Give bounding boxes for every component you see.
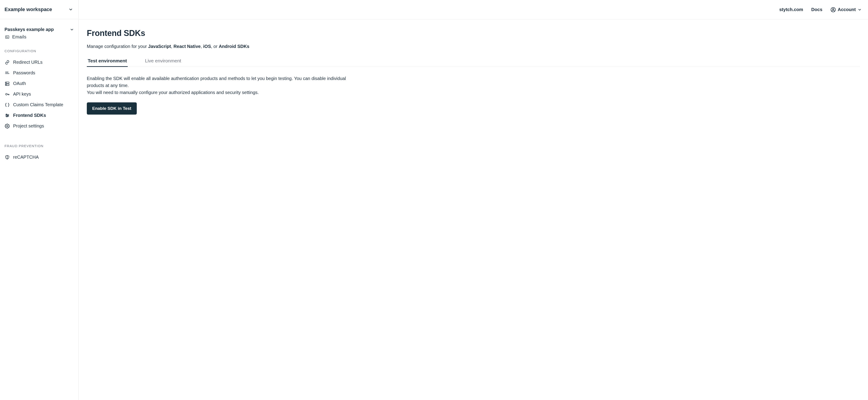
page-subtitle: Manage configuration for your JavaScript… [87, 44, 860, 49]
tab-test-environment[interactable]: Test environment [87, 57, 128, 67]
chevron-down-icon [858, 8, 862, 12]
body-paragraph: Enabling the SDK will enable all availab… [87, 75, 358, 89]
gear-icon [4, 124, 10, 129]
sidebar-item-api-keys[interactable]: API keys [4, 89, 74, 99]
workspace-switcher[interactable]: Example workspace [0, 0, 79, 19]
svg-point-23 [833, 8, 834, 10]
environment-tabs: Test environment Live environment [87, 57, 860, 67]
sidebar-item-label: Frontend SDKs [13, 113, 46, 118]
sidebar-item-passwords[interactable]: Passwords [4, 68, 74, 78]
sidebar: Example workspace Passkeys example app E… [0, 0, 79, 400]
link-icon [4, 60, 10, 65]
section-heading-configuration: CONFIGURATION [4, 49, 74, 53]
sidebar-item-frontend-sdks[interactable]: Frontend SDKs [4, 110, 74, 121]
braces-icon [4, 102, 10, 107]
tab-live-environment[interactable]: Live environment [144, 57, 182, 67]
sidebar-item-label: Custom Claims Template [13, 102, 63, 107]
nav-configuration: Redirect URLs Passwords OAuth [4, 57, 74, 131]
nav-fraud: reCAPTCHA [4, 152, 74, 162]
topbar-link-site[interactable]: stytch.com [779, 7, 803, 12]
page-title: Frontend SDKs [87, 28, 860, 38]
svg-point-9 [6, 82, 6, 83]
body-copy: Enabling the SDK will enable all availab… [87, 75, 358, 96]
body-paragraph: You will need to manually configure your… [87, 89, 358, 96]
sidebar-item-redirect-urls[interactable]: Redirect URLs [4, 57, 74, 68]
emails-label: Emails [12, 34, 26, 39]
svg-rect-20 [6, 116, 7, 117]
enable-sdk-button[interactable]: Enable SDK in Test [87, 102, 137, 115]
sidebar-item-oauth[interactable]: OAuth [4, 78, 74, 89]
sidebar-item-custom-claims[interactable]: Custom Claims Template [4, 99, 74, 110]
account-menu[interactable]: Account [831, 7, 862, 12]
workspace-title: Example workspace [4, 6, 52, 12]
email-icon [5, 35, 9, 39]
oauth-icon [4, 81, 10, 86]
chevron-down-icon [68, 7, 73, 12]
sidebar-item-label: Redirect URLs [13, 60, 42, 65]
sidebar-item-label: OAuth [13, 81, 26, 86]
svg-point-10 [6, 85, 6, 85]
key-icon [4, 92, 10, 97]
svg-point-5 [8, 72, 8, 72]
topbar: stytch.com Docs Account [79, 0, 868, 19]
sidebar-item-project-settings[interactable]: Project settings [4, 121, 74, 131]
sidebar-item-label: reCAPTCHA [13, 155, 39, 160]
account-label: Account [838, 7, 856, 12]
svg-point-21 [6, 125, 8, 127]
project-name: Passkeys example app [4, 27, 54, 32]
sidebar-item-emails[interactable]: Emails [4, 34, 74, 39]
project-switcher[interactable]: Passkeys example app [4, 26, 74, 33]
password-icon [4, 70, 10, 75]
svg-point-11 [6, 93, 7, 95]
svg-point-3 [5, 72, 6, 72]
sidebar-item-label: Passwords [13, 70, 35, 75]
topbar-link-docs[interactable]: Docs [811, 7, 822, 12]
account-icon [831, 7, 836, 12]
section-heading-fraud-prevention: FRAUD PREVENTION [4, 144, 74, 148]
sidebar-item-label: Project settings [13, 123, 44, 129]
sliders-icon [4, 113, 10, 118]
svg-point-4 [6, 72, 7, 72]
main: stytch.com Docs Account Frontend SDKs Ma… [79, 0, 868, 400]
svg-rect-19 [8, 115, 8, 116]
sidebar-item-label: API keys [13, 92, 31, 97]
svg-rect-0 [6, 36, 9, 38]
shield-icon [4, 155, 10, 160]
sidebar-item-recaptcha[interactable]: reCAPTCHA [4, 152, 74, 162]
svg-rect-18 [6, 114, 7, 115]
chevron-down-icon [70, 28, 74, 32]
